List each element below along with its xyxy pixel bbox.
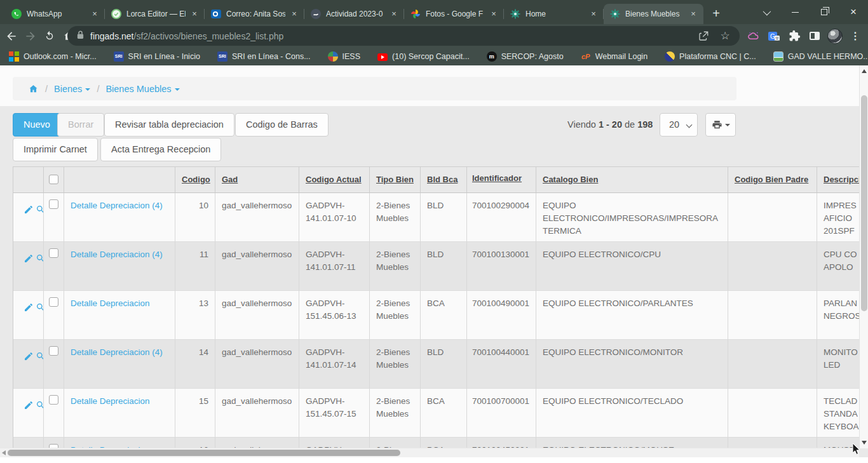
header-codigo-bien-padre[interactable]: Codigo Bien Padre — [735, 175, 808, 184]
tab-actividad[interactable]: Actividad 2023-0 × — [304, 4, 404, 24]
forward-icon[interactable] — [23, 29, 38, 44]
row-checkbox[interactable] — [49, 444, 58, 448]
view-icon[interactable] — [36, 351, 44, 365]
edit-icon[interactable] — [24, 302, 34, 316]
horizontal-scrollbar-thumb[interactable] — [8, 450, 400, 456]
chevron-down-icon — [175, 88, 180, 91]
header-codigo-actual[interactable]: Codigo Actual — [306, 175, 362, 184]
restore-button[interactable] — [810, 0, 839, 24]
view-icon[interactable] — [36, 253, 44, 267]
tab-search-chevron-icon[interactable] — [751, 0, 780, 24]
header-identificador[interactable]: Identificador — [472, 173, 522, 183]
codigo-cell: 13 — [175, 291, 215, 340]
tab-close-icon[interactable]: × — [289, 9, 299, 19]
edit-icon[interactable] — [24, 253, 34, 267]
share-icon[interactable] — [695, 28, 712, 44]
minimize-button[interactable] — [780, 0, 810, 24]
tab-close-icon[interactable]: × — [688, 9, 698, 19]
detalle-depreciacion-link[interactable]: Detalle Depreciacion (4) — [71, 347, 163, 357]
table-row: Detalle Depreciacion 13 gad_vallehermoso… — [13, 291, 868, 340]
tab-close-icon[interactable]: × — [189, 9, 200, 19]
bookmark-sri-inicio[interactable]: SRI SRI en Línea - Inicio — [114, 51, 200, 62]
bookmark-webmail[interactable]: cP Webmail Login — [581, 51, 648, 62]
select-all-checkbox[interactable] — [49, 175, 58, 184]
scroll-up-icon[interactable] — [862, 69, 867, 73]
detalle-depreciacion-link[interactable]: Detalle Depreciacion — [71, 445, 150, 448]
bookmark-sri-consultas[interactable]: SRI SRI en Línea - Cons... — [217, 51, 311, 62]
view-icon[interactable] — [36, 302, 44, 316]
horizontal-scrollbar[interactable] — [0, 448, 859, 457]
tab-fotos[interactable]: Fotos - Google F × — [404, 4, 504, 24]
bookmark-gad-valle[interactable]: GAD VALLE HERMO... — [773, 51, 868, 62]
address-bar[interactable]: fingads.net/sf2/activos/bienes_muebles2_… — [67, 26, 740, 46]
scroll-down-icon[interactable] — [862, 441, 867, 445]
tab-whatsapp[interactable]: WhatsApp × — [5, 4, 105, 24]
side-panel-icon[interactable] — [806, 27, 824, 45]
borrar-button[interactable]: Borrar — [57, 113, 104, 137]
detalle-depreciacion-link[interactable]: Detalle Depreciacion (4) — [71, 250, 163, 259]
tipo-bien-cell: 2-Bienes Muebles — [370, 291, 421, 340]
translate-icon[interactable]: G文 — [765, 27, 783, 45]
back-icon[interactable] — [4, 29, 19, 44]
cloud-extension-icon[interactable] — [745, 27, 763, 45]
catalogo-bien-cell: EQUIPO ELECTRONICO/TECLADO — [536, 389, 728, 438]
codigo-bien-padre-cell — [728, 291, 817, 340]
table-row: Detalle Depreciacion (4) 14 gad_valleher… — [13, 340, 868, 389]
vertical-scrollbar-thumb[interactable] — [861, 95, 867, 311]
row-checkbox[interactable] — [49, 248, 58, 258]
imprimir-carnet-button[interactable]: Imprimir Carnet — [13, 138, 98, 161]
reload-icon[interactable] — [42, 29, 57, 44]
breadcrumb-home-icon[interactable] — [28, 84, 39, 94]
breadcrumb-bienes-muebles[interactable]: Bienes Muebles — [105, 84, 179, 94]
revisar-tabla-depreciacion-button[interactable]: Revisar tabla depreciacion — [104, 113, 234, 137]
bookmark-plataforma-cnc[interactable]: Plataforma CNC | C... — [665, 51, 756, 62]
edit-icon[interactable] — [24, 205, 34, 218]
header-catalogo-bien[interactable]: Catalogo Bien — [543, 175, 598, 184]
bookmark-star-icon[interactable]: ☆ — [717, 28, 733, 44]
tab-close-icon[interactable]: × — [588, 9, 599, 19]
tab-lorca-editor[interactable]: Lorca Editor — El × — [105, 4, 205, 24]
bookmark-iess[interactable]: IESS — [328, 51, 361, 62]
bld-bca-cell: BLD — [421, 193, 467, 242]
detalle-depreciacion-link[interactable]: Detalle Depreciacion — [71, 299, 150, 308]
tab-close-icon[interactable]: × — [90, 9, 100, 19]
row-checkbox[interactable] — [49, 346, 58, 356]
tab-close-icon[interactable]: × — [389, 9, 399, 19]
header-tipo-bien[interactable]: Tipo Bien — [376, 175, 414, 184]
codigo-bien-padre-cell — [728, 242, 817, 291]
codigo-de-barras-button[interactable]: Codigo de Barras — [235, 113, 329, 137]
breadcrumb-bienes[interactable]: Bienes — [54, 84, 90, 94]
header-gad[interactable]: Gad — [222, 175, 238, 184]
row-checkbox[interactable] — [49, 395, 58, 405]
tab-home[interactable]: Home × — [504, 4, 604, 24]
extensions-puzzle-icon[interactable] — [785, 27, 803, 45]
tab-close-icon[interactable]: × — [489, 9, 499, 19]
browser-menu-icon[interactable]: ⋮ — [846, 27, 864, 45]
printer-icon — [712, 119, 722, 130]
tab-correo[interactable]: Correo: Anita Sos × — [205, 4, 304, 24]
profile-avatar[interactable] — [826, 27, 844, 45]
header-bld-bca[interactable]: Bld Bca — [427, 175, 458, 184]
tab-bienes-muebles[interactable]: Bienes Muebles × — [604, 4, 703, 24]
header-codigo[interactable]: Codigo — [182, 175, 210, 184]
detalle-depreciacion-link[interactable]: Detalle Depreciacion (4) — [71, 201, 163, 210]
nuevo-button[interactable]: Nuevo — [13, 113, 61, 137]
edit-icon[interactable] — [24, 351, 34, 365]
vertical-scrollbar[interactable] — [859, 65, 868, 448]
detalle-depreciacion-link[interactable]: Detalle Depreciacion — [71, 396, 150, 406]
row-checkbox[interactable] — [49, 297, 58, 307]
bookmark-sercop-agosto[interactable]: m SERCOP: Agosto — [487, 51, 564, 62]
bookmark-sercop-youtube[interactable]: (10) Sercop Capacit... — [377, 52, 470, 61]
view-icon[interactable] — [36, 400, 44, 414]
acta-entrega-recepcion-button[interactable]: Acta Entrega Recepcion — [100, 138, 221, 161]
edit-icon[interactable] — [24, 400, 34, 414]
scroll-left-icon[interactable] — [2, 450, 6, 455]
print-button[interactable] — [705, 113, 736, 137]
bookmark-outlook[interactable]: Outlook.com - Micr... — [9, 51, 97, 62]
view-icon[interactable] — [36, 205, 44, 218]
page-size-select[interactable]: 20 — [660, 113, 698, 137]
new-tab-button[interactable]: + — [707, 5, 725, 23]
row-checkbox[interactable] — [49, 199, 58, 209]
tipo-bien-cell: 2-Bienes Muebles — [370, 242, 421, 291]
close-window-button[interactable]: × — [839, 0, 868, 24]
